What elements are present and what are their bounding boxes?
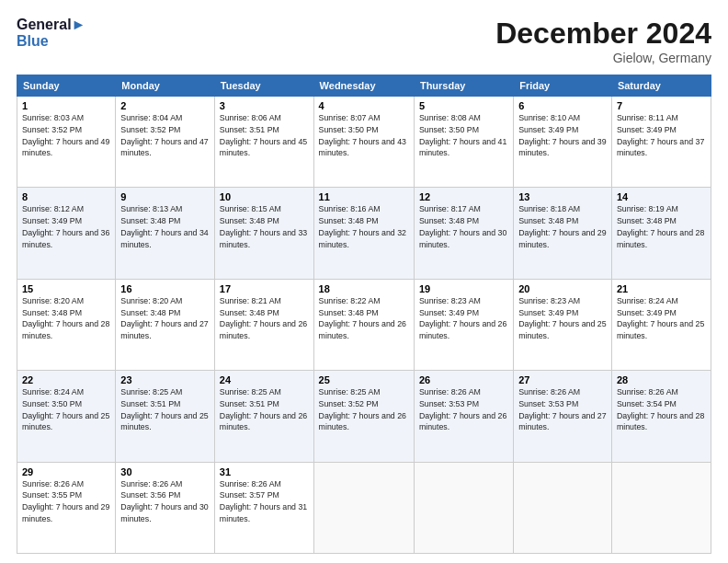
logo-line1: General► [17, 17, 85, 33]
day-info: Sunrise: 8:10 AMSunset: 3:49 PMDaylight:… [518, 112, 607, 159]
calendar-cell: 1Sunrise: 8:03 AMSunset: 3:52 PMDaylight… [17, 97, 116, 188]
calendar-cell: 8Sunrise: 8:12 AMSunset: 3:49 PMDaylight… [17, 188, 116, 279]
calendar-cell: 27Sunrise: 8:26 AMSunset: 3:53 PMDayligh… [514, 371, 612, 462]
day-info: Sunrise: 8:20 AMSunset: 3:48 PMDaylight:… [120, 295, 210, 342]
day-info: Sunrise: 8:22 AMSunset: 3:48 PMDaylight:… [319, 295, 409, 342]
day-number: 3 [220, 100, 309, 111]
day-info: Sunrise: 8:26 AMSunset: 3:53 PMDaylight:… [419, 386, 508, 433]
day-info: Sunrise: 8:26 AMSunset: 3:56 PMDaylight:… [120, 478, 210, 525]
calendar-cell: 18Sunrise: 8:22 AMSunset: 3:48 PMDayligh… [313, 279, 414, 370]
day-number: 17 [220, 283, 309, 294]
logo: General► Blue [17, 17, 85, 49]
col-header-friday: Friday [514, 75, 612, 97]
header: General► Blue December 2024 Gielow, Germ… [17, 17, 711, 65]
day-number: 8 [22, 191, 110, 202]
col-header-wednesday: Wednesday [313, 75, 414, 97]
day-info: Sunrise: 8:20 AMSunset: 3:48 PMDaylight:… [22, 295, 110, 342]
day-number: 5 [419, 100, 508, 111]
day-info: Sunrise: 8:25 AMSunset: 3:51 PMDaylight:… [120, 386, 210, 433]
day-number: 11 [319, 191, 409, 202]
calendar-week-row: 8Sunrise: 8:12 AMSunset: 3:49 PMDaylight… [17, 188, 711, 279]
col-header-tuesday: Tuesday [214, 75, 313, 97]
day-number: 13 [518, 191, 607, 202]
day-info: Sunrise: 8:08 AMSunset: 3:50 PMDaylight:… [419, 112, 508, 159]
calendar-cell: 11Sunrise: 8:16 AMSunset: 3:48 PMDayligh… [313, 188, 414, 279]
day-number: 15 [22, 283, 110, 294]
day-number: 24 [220, 374, 309, 385]
calendar-cell [611, 462, 711, 553]
subtitle: Gielow, Germany [495, 51, 711, 65]
col-header-monday: Monday [116, 75, 215, 97]
calendar-cell: 30Sunrise: 8:26 AMSunset: 3:56 PMDayligh… [116, 462, 215, 553]
calendar-header-row: SundayMondayTuesdayWednesdayThursdayFrid… [17, 75, 711, 97]
day-number: 23 [120, 374, 210, 385]
day-number: 22 [22, 374, 110, 385]
day-info: Sunrise: 8:24 AMSunset: 3:50 PMDaylight:… [22, 386, 110, 433]
day-info: Sunrise: 8:26 AMSunset: 3:54 PMDaylight:… [617, 386, 706, 433]
day-number: 27 [518, 374, 607, 385]
calendar-week-row: 29Sunrise: 8:26 AMSunset: 3:55 PMDayligh… [17, 462, 711, 553]
day-info: Sunrise: 8:26 AMSunset: 3:55 PMDaylight:… [22, 478, 110, 525]
day-info: Sunrise: 8:11 AMSunset: 3:49 PMDaylight:… [617, 112, 706, 159]
day-number: 16 [120, 283, 210, 294]
day-number: 26 [419, 374, 508, 385]
day-number: 28 [617, 374, 706, 385]
day-number: 21 [617, 283, 706, 294]
calendar-cell: 13Sunrise: 8:18 AMSunset: 3:48 PMDayligh… [514, 188, 612, 279]
day-number: 9 [120, 191, 210, 202]
col-header-thursday: Thursday [414, 75, 513, 97]
calendar-cell: 17Sunrise: 8:21 AMSunset: 3:48 PMDayligh… [214, 279, 313, 370]
calendar-cell: 2Sunrise: 8:04 AMSunset: 3:52 PMDaylight… [116, 97, 215, 188]
day-info: Sunrise: 8:07 AMSunset: 3:50 PMDaylight:… [319, 112, 409, 159]
calendar-table: SundayMondayTuesdayWednesdayThursdayFrid… [17, 75, 711, 554]
calendar-week-row: 15Sunrise: 8:20 AMSunset: 3:48 PMDayligh… [17, 279, 711, 370]
day-info: Sunrise: 8:26 AMSunset: 3:57 PMDaylight:… [220, 478, 309, 525]
calendar-week-row: 22Sunrise: 8:24 AMSunset: 3:50 PMDayligh… [17, 371, 711, 462]
day-info: Sunrise: 8:23 AMSunset: 3:49 PMDaylight:… [419, 295, 508, 342]
calendar-cell: 20Sunrise: 8:23 AMSunset: 3:49 PMDayligh… [514, 279, 612, 370]
calendar-cell: 7Sunrise: 8:11 AMSunset: 3:49 PMDaylight… [611, 97, 711, 188]
day-info: Sunrise: 8:16 AMSunset: 3:48 PMDaylight:… [319, 203, 409, 250]
day-info: Sunrise: 8:24 AMSunset: 3:49 PMDaylight:… [617, 295, 706, 342]
col-header-sunday: Sunday [17, 75, 116, 97]
day-number: 10 [220, 191, 309, 202]
calendar-cell: 26Sunrise: 8:26 AMSunset: 3:53 PMDayligh… [414, 371, 513, 462]
calendar-cell: 5Sunrise: 8:08 AMSunset: 3:50 PMDaylight… [414, 97, 513, 188]
calendar-cell: 16Sunrise: 8:20 AMSunset: 3:48 PMDayligh… [116, 279, 215, 370]
calendar-cell: 19Sunrise: 8:23 AMSunset: 3:49 PMDayligh… [414, 279, 513, 370]
col-header-saturday: Saturday [611, 75, 711, 97]
calendar-cell: 29Sunrise: 8:26 AMSunset: 3:55 PMDayligh… [17, 462, 116, 553]
day-info: Sunrise: 8:23 AMSunset: 3:49 PMDaylight:… [518, 295, 607, 342]
day-info: Sunrise: 8:03 AMSunset: 3:52 PMDaylight:… [22, 112, 110, 159]
day-info: Sunrise: 8:06 AMSunset: 3:51 PMDaylight:… [220, 112, 309, 159]
day-number: 6 [518, 100, 607, 111]
day-number: 1 [22, 100, 110, 111]
day-info: Sunrise: 8:15 AMSunset: 3:48 PMDaylight:… [220, 203, 309, 250]
calendar-cell [514, 462, 612, 553]
calendar-cell: 28Sunrise: 8:26 AMSunset: 3:54 PMDayligh… [611, 371, 711, 462]
calendar-cell: 9Sunrise: 8:13 AMSunset: 3:48 PMDaylight… [116, 188, 215, 279]
day-number: 20 [518, 283, 607, 294]
day-info: Sunrise: 8:18 AMSunset: 3:48 PMDaylight:… [518, 203, 607, 250]
calendar-cell [313, 462, 414, 553]
main-title: December 2024 [495, 17, 711, 51]
calendar-cell: 12Sunrise: 8:17 AMSunset: 3:48 PMDayligh… [414, 188, 513, 279]
calendar-cell: 3Sunrise: 8:06 AMSunset: 3:51 PMDaylight… [214, 97, 313, 188]
day-number: 25 [319, 374, 409, 385]
title-area: December 2024 Gielow, Germany [495, 17, 711, 65]
day-info: Sunrise: 8:25 AMSunset: 3:51 PMDaylight:… [220, 386, 309, 433]
calendar-cell: 10Sunrise: 8:15 AMSunset: 3:48 PMDayligh… [214, 188, 313, 279]
day-number: 2 [120, 100, 210, 111]
day-number: 19 [419, 283, 508, 294]
calendar-cell [414, 462, 513, 553]
day-number: 30 [120, 466, 210, 477]
calendar-cell: 14Sunrise: 8:19 AMSunset: 3:48 PMDayligh… [611, 188, 711, 279]
calendar-cell: 25Sunrise: 8:25 AMSunset: 3:52 PMDayligh… [313, 371, 414, 462]
calendar-week-row: 1Sunrise: 8:03 AMSunset: 3:52 PMDaylight… [17, 97, 711, 188]
day-number: 31 [220, 466, 309, 477]
day-info: Sunrise: 8:25 AMSunset: 3:52 PMDaylight:… [319, 386, 409, 433]
day-number: 18 [319, 283, 409, 294]
day-number: 4 [319, 100, 409, 111]
calendar-cell: 15Sunrise: 8:20 AMSunset: 3:48 PMDayligh… [17, 279, 116, 370]
day-number: 7 [617, 100, 706, 111]
